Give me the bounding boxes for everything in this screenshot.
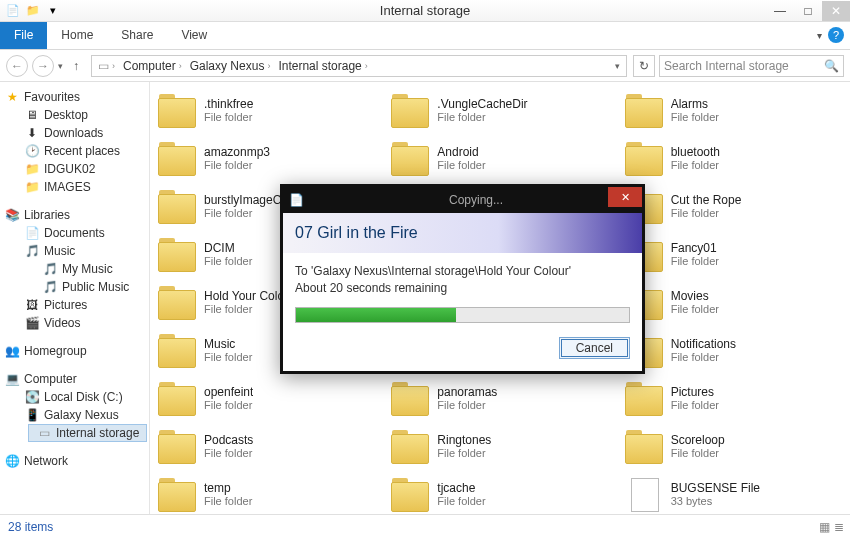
qat-dropdown-icon[interactable]: ▾ (44, 3, 62, 19)
tree-item[interactable]: 📁IDGUK02 (16, 160, 147, 178)
folder-item[interactable]: tjcache File folder (387, 474, 612, 514)
tab-view[interactable]: View (167, 22, 221, 49)
folder-name: Pictures (671, 385, 719, 399)
folder-icon (156, 188, 198, 224)
network-icon: 🌐 (4, 454, 20, 468)
view-details-icon[interactable]: ▦ (819, 520, 830, 534)
folder-name: bluetooth (671, 145, 720, 159)
cancel-button[interactable]: Cancel (559, 337, 630, 359)
tree-item-selected[interactable]: ▭Internal storage (28, 424, 147, 442)
tree-item-icon: 🎵 (42, 262, 58, 276)
dialog-title: Copying... (310, 193, 642, 207)
folder-item[interactable]: Fancy01 File folder (621, 234, 846, 274)
tree-item[interactable]: 📄Documents (16, 224, 147, 242)
folder-item[interactable]: Android File folder (387, 138, 612, 178)
qat-properties-icon[interactable]: 📄 (4, 3, 22, 19)
breadcrumb[interactable]: Internal storage › (274, 59, 371, 73)
tree-favourites[interactable]: ★Favourites (2, 88, 147, 106)
folder-type: File folder (671, 303, 719, 315)
folder-item[interactable]: panoramas File folder (387, 378, 612, 418)
breadcrumb[interactable]: Computer › (119, 59, 186, 73)
folder-type: File folder (437, 111, 527, 123)
breadcrumb[interactable]: Galaxy Nexus › (186, 59, 275, 73)
tree-item[interactable]: ⬇Downloads (16, 124, 147, 142)
tree-item[interactable]: 🕑Recent places (16, 142, 147, 160)
forward-button[interactable]: → (32, 55, 54, 77)
refresh-button[interactable]: ↻ (633, 55, 655, 77)
ribbon-collapse-icon[interactable]: ▾ (817, 30, 822, 41)
tab-home[interactable]: Home (47, 22, 107, 49)
folder-item[interactable]: bluetooth File folder (621, 138, 846, 178)
folder-type: File folder (204, 447, 253, 459)
copy-destination: To 'Galaxy Nexus\Internal storage\Hold Y… (295, 263, 630, 280)
folder-item[interactable]: .VungleCacheDir File folder (387, 90, 612, 130)
minimize-button[interactable]: — (766, 1, 794, 21)
folder-type: File folder (204, 303, 284, 315)
chevron-right-icon[interactable]: › (112, 61, 115, 71)
navbar: ← → ▾ ↑ ▭› Computer › Galaxy Nexus › Int… (0, 50, 850, 82)
folder-name: Fancy01 (671, 241, 719, 255)
folder-item[interactable]: Movies File folder (621, 282, 846, 322)
dialog-close-button[interactable]: ✕ (608, 187, 642, 207)
tree-item[interactable]: 💽Local Disk (C:) (16, 388, 147, 406)
tree-item[interactable]: 🎵Public Music (16, 278, 147, 296)
folder-item[interactable]: Alarms File folder (621, 90, 846, 130)
copy-remaining: About 20 seconds remaining (295, 280, 630, 297)
search-icon: 🔍 (824, 59, 839, 73)
tree-item-icon: 📄 (24, 226, 40, 240)
view-large-icon[interactable]: ≣ (834, 520, 844, 534)
folder-icon (156, 332, 198, 368)
close-button[interactable]: ✕ (822, 1, 850, 21)
folder-type: File folder (204, 207, 288, 219)
folder-name: Scoreloop (671, 433, 725, 447)
folder-item[interactable]: .thinkfree File folder (154, 90, 379, 130)
folder-name: Hold Your Colo (204, 289, 284, 303)
folder-name: Alarms (671, 97, 719, 111)
folder-type: File folder (204, 495, 252, 507)
tree-homegroup[interactable]: 👥Homegroup (2, 342, 147, 360)
tree-item[interactable]: 📱Galaxy Nexus (16, 406, 147, 424)
folder-item[interactable]: Ringtones File folder (387, 426, 612, 466)
folder-item[interactable]: Notifications File folder (621, 330, 846, 370)
maximize-button[interactable]: □ (794, 1, 822, 21)
file-item[interactable]: BUGSENSE File 33 bytes (621, 474, 846, 514)
tree-item[interactable]: 🖥Desktop (16, 106, 147, 124)
tab-file[interactable]: File (0, 22, 47, 49)
folder-name: tjcache (437, 481, 485, 495)
tree-item-icon: 📱 (24, 408, 40, 422)
folder-item[interactable]: openfeint File folder (154, 378, 379, 418)
tree-item[interactable]: 🎵My Music (16, 260, 147, 278)
folder-item[interactable]: Pictures File folder (621, 378, 846, 418)
folder-type: File folder (204, 111, 253, 123)
help-icon[interactable]: ? (828, 27, 844, 43)
folder-type: File folder (671, 111, 719, 123)
folder-item[interactable]: Cut the Rope File folder (621, 186, 846, 226)
search-input[interactable]: Search Internal storage 🔍 (659, 55, 844, 77)
qat-newfolder-icon[interactable]: 📁 (24, 3, 42, 19)
folder-item[interactable]: temp File folder (154, 474, 379, 514)
folder-item[interactable]: amazonmp3 File folder (154, 138, 379, 178)
back-button[interactable]: ← (6, 55, 28, 77)
up-button[interactable]: ↑ (67, 59, 85, 73)
history-dropdown-icon[interactable]: ▾ (58, 61, 63, 71)
folder-name: Music (204, 337, 252, 351)
tree-network[interactable]: 🌐Network (2, 452, 147, 470)
folder-name: panoramas (437, 385, 497, 399)
nav-tree[interactable]: ★Favourites 🖥Desktop⬇Downloads🕑Recent pl… (0, 82, 150, 514)
item-count: 28 items (8, 520, 53, 534)
dialog-titlebar[interactable]: 📄 Copying... ✕ (283, 187, 642, 213)
folder-item[interactable]: Scoreloop File folder (621, 426, 846, 466)
address-dropdown-icon[interactable]: ▾ (611, 61, 624, 71)
dialog-heading: 07 Girl in the Fire (283, 213, 642, 253)
tree-item[interactable]: 🎵Music (16, 242, 147, 260)
tab-share[interactable]: Share (107, 22, 167, 49)
tree-item[interactable]: 🎬Videos (16, 314, 147, 332)
folder-type: File folder (204, 159, 270, 171)
address-bar[interactable]: ▭› Computer › Galaxy Nexus › Internal st… (91, 55, 627, 77)
tree-computer[interactable]: 💻Computer (2, 370, 147, 388)
tree-libraries[interactable]: 📚Libraries (2, 206, 147, 224)
tree-item[interactable]: 📁IMAGES (16, 178, 147, 196)
folder-item[interactable]: Podcasts File folder (154, 426, 379, 466)
tree-item[interactable]: 🖼Pictures (16, 296, 147, 314)
folder-name: .VungleCacheDir (437, 97, 527, 111)
